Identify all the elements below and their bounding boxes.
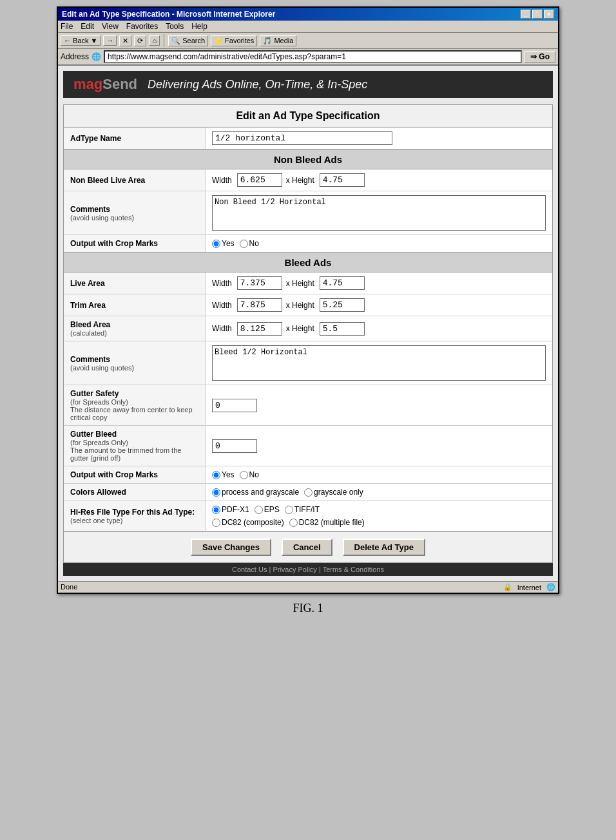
hi-res-pdfx1-label[interactable]: PDF-X1 [212, 505, 249, 514]
colors-radio-group: process and grayscale grayscale only [212, 488, 363, 497]
media-button[interactable]: 🎵 Media [260, 35, 296, 46]
address-input[interactable] [104, 50, 522, 63]
output-crop-no-radio-2[interactable] [240, 471, 248, 479]
menu-file[interactable]: File [61, 22, 73, 31]
trim-area-height-input[interactable] [320, 298, 365, 312]
cancel-button[interactable]: Cancel [282, 539, 332, 556]
width-label-2: Width [212, 279, 232, 288]
hi-res-eps-radio[interactable] [255, 506, 263, 514]
close-button[interactable]: × [544, 10, 554, 19]
menu-help[interactable]: Help [191, 22, 207, 31]
gutter-bleed-input[interactable] [212, 439, 257, 453]
gutter-safety-input[interactable] [212, 399, 257, 412]
trim-area-label: Trim Area [64, 294, 206, 316]
magsend-header: magSend Delivering Ads Online, On-Time, … [63, 71, 553, 98]
maximize-button[interactable]: □ [532, 10, 543, 19]
address-bar: Address 🌐 ⇒ Go [58, 49, 558, 66]
refresh-button[interactable]: ⟳ [134, 35, 146, 46]
forward-button[interactable]: → [103, 35, 117, 46]
go-button[interactable]: ⇒ Go [525, 51, 555, 62]
colors-process-radio[interactable] [212, 488, 220, 497]
stop-button[interactable]: ✕ [119, 35, 131, 46]
title-bar: Edit an Ad Type Specification - Microsof… [58, 8, 558, 21]
internet-zone: Internet [517, 584, 541, 591]
bleed-comments-field: Bleed 1/2 Horizontal [206, 341, 552, 385]
adtype-name-input[interactable] [212, 131, 392, 145]
height-label-4: x Height [286, 324, 314, 333]
non-bleed-live-area-field: Width x Height [206, 169, 552, 191]
hi-res-pdfx1-radio[interactable] [212, 506, 220, 514]
minimize-button[interactable]: _ [521, 10, 531, 19]
lock-icon: 🔒 [503, 583, 512, 591]
output-crop-no-label-2[interactable]: No [240, 470, 259, 479]
colors-allowed-label: Colors Allowed [64, 484, 206, 501]
height-label-2: x Height [286, 279, 314, 288]
terms-link[interactable]: Terms & Conditions [323, 566, 384, 573]
page-footer: Contact Us | Privacy Policy | Terms & Co… [63, 563, 553, 576]
output-crop-no-label-1[interactable]: No [240, 239, 259, 248]
trim-area-width-input[interactable] [237, 298, 282, 312]
search-button[interactable]: 🔍 Search [168, 35, 208, 46]
status-left: Done [61, 583, 77, 591]
back-button[interactable]: ← Back ▼ [61, 35, 101, 46]
hi-res-dc82-composite-radio[interactable] [212, 519, 220, 527]
non-bleed-comments-textarea[interactable]: Non Bleed 1/2 Horizontal [212, 195, 546, 231]
live-area-width-input[interactable] [237, 276, 282, 290]
favorites-button[interactable]: ⭐ Favorites [211, 35, 257, 46]
width-label-1: Width [212, 176, 232, 185]
save-changes-button[interactable]: Save Changes [191, 539, 271, 556]
bleed-area-height-input[interactable] [320, 322, 365, 336]
non-bleed-comments-field: Non Bleed 1/2 Horizontal [206, 191, 552, 234]
gutter-safety-row: Gutter Safety (for Spreads Only) The dis… [64, 385, 552, 426]
bleed-area-width-input[interactable] [237, 322, 282, 336]
hi-res-row: Hi-Res File Type For this Ad Type: (sele… [64, 501, 552, 531]
live-area-height-input[interactable] [320, 276, 365, 290]
hi-res-tiff-radio[interactable] [285, 506, 293, 514]
trim-area-row: Trim Area Width x Height [64, 294, 552, 316]
gutter-bleed-field [206, 426, 552, 466]
colors-allowed-row: Colors Allowed process and grayscale gra… [64, 484, 552, 501]
non-bleed-height-input[interactable] [320, 173, 365, 187]
non-bleed-live-area-row: Non Bleed Live Area Width x Height [64, 169, 552, 191]
output-crop-yes-radio-1[interactable] [212, 240, 220, 248]
menu-view[interactable]: View [102, 22, 119, 31]
height-label-1: x Height [286, 176, 314, 185]
gutter-bleed-row: Gutter Bleed (for Spreads Only) The amou… [64, 426, 552, 466]
contact-us-link[interactable]: Contact Us [232, 566, 267, 573]
output-crop-yes-label-2[interactable]: Yes [212, 470, 235, 479]
hi-res-dc82-composite-label[interactable]: DC82 (composite) [212, 518, 284, 527]
bleed-comments-row: Comments (avoid using quotes) Bleed 1/2 … [64, 341, 552, 385]
form-title: Edit an Ad Type Specification [64, 105, 552, 128]
hi-res-dc82-multiple-radio[interactable] [289, 519, 298, 527]
window-controls: _ □ × [521, 10, 554, 19]
output-crop-marks-field-1: Yes No [206, 235, 552, 252]
gutter-safety-field [206, 385, 552, 425]
menu-favorites[interactable]: Favorites [126, 22, 158, 31]
output-crop-marks-row-2: Output with Crop Marks Yes No [64, 466, 552, 484]
home-button[interactable]: ⌂ [149, 35, 160, 46]
trim-area-field: Width x Height [206, 294, 552, 316]
colors-process-label[interactable]: process and grayscale [212, 488, 299, 497]
delete-ad-type-button[interactable]: Delete Ad Type [343, 539, 425, 556]
hi-res-eps-label[interactable]: EPS [255, 505, 280, 514]
non-bleed-width-input[interactable] [237, 173, 282, 187]
hi-res-dc82-multiple-label[interactable]: DC82 (multiple file) [289, 518, 365, 527]
hi-res-tiff-label[interactable]: TIFF/IT [285, 505, 320, 514]
privacy-policy-link[interactable]: Privacy Policy [273, 566, 316, 573]
bleed-area-label: Bleed Area (calculated) [64, 316, 206, 341]
bleed-area-field: Width x Height [206, 316, 552, 341]
form-container: Edit an Ad Type Specification AdType Nam… [63, 104, 553, 563]
bleed-comments-textarea[interactable]: Bleed 1/2 Horizontal [212, 345, 546, 381]
colors-grayscale-label[interactable]: grayscale only [304, 488, 363, 497]
height-label-3: x Height [286, 301, 314, 310]
globe-icon: 🌐 [546, 583, 555, 591]
colors-grayscale-radio[interactable] [304, 488, 313, 497]
page-icon: 🌐 [91, 52, 101, 61]
output-crop-yes-label-1[interactable]: Yes [212, 239, 235, 248]
output-crop-yes-radio-2[interactable] [212, 471, 220, 479]
output-crop-marks-label-2: Output with Crop Marks [64, 466, 206, 483]
output-crop-no-radio-1[interactable] [240, 240, 248, 248]
menu-tools[interactable]: Tools [166, 22, 184, 31]
menu-edit[interactable]: Edit [81, 22, 94, 31]
hi-res-field: PDF-X1 EPS TIFF/IT [206, 501, 552, 531]
